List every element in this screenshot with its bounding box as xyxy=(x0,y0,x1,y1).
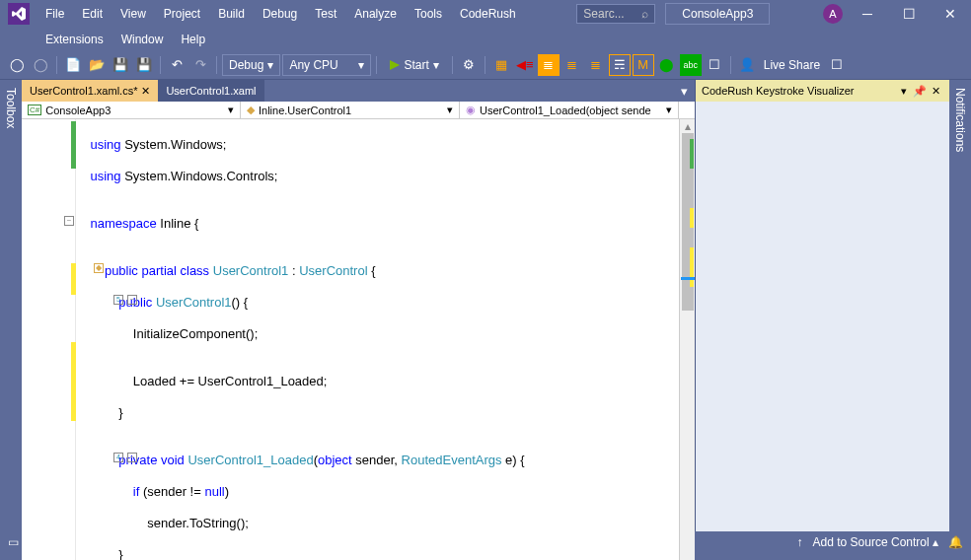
tab-label: UserControl1.xaml.cs* xyxy=(30,85,137,97)
nav-fwd-button[interactable]: ◯ xyxy=(30,54,51,76)
menu-project[interactable]: Project xyxy=(156,3,208,25)
minimize-button[interactable]: ─ xyxy=(851,3,884,25)
tool-button-1[interactable]: ⚙ xyxy=(458,54,480,76)
toolbox-tab[interactable]: Toolbox xyxy=(0,80,22,531)
search-input[interactable]: Searc... ⌕ xyxy=(576,4,655,24)
method-icon: ◉ xyxy=(466,104,476,116)
tool-button-10[interactable]: abc xyxy=(680,54,702,76)
menu-edit[interactable]: Edit xyxy=(74,3,111,25)
code-editor[interactable]: using System.Windows; using System.Windo… xyxy=(76,119,679,560)
toolwindow-dropdown-button[interactable]: ▾ xyxy=(896,85,912,98)
tool-button-6[interactable]: ≣ xyxy=(585,54,607,76)
menu-debug[interactable]: Debug xyxy=(255,3,305,25)
chevron-down-icon: ▾ xyxy=(228,104,234,116)
tool-button-11[interactable]: ☐ xyxy=(704,54,725,76)
tab-label: UserControl1.xaml xyxy=(166,85,256,97)
bell-icon[interactable]: 🔔 xyxy=(948,535,963,549)
tool-button-2[interactable]: ▦ xyxy=(490,54,512,76)
menu-extensions[interactable]: Extensions xyxy=(37,29,112,50)
undo-button[interactable]: ↶ xyxy=(166,54,187,76)
maximize-button[interactable]: ☐ xyxy=(892,3,926,25)
tool-button-5[interactable]: ≣ xyxy=(561,54,583,76)
tool-button-9[interactable]: ⬤ xyxy=(656,54,678,76)
toolwindow-body xyxy=(696,102,949,531)
toolwindow-close-button[interactable]: ✕ xyxy=(928,85,943,98)
csharp-icon: C# xyxy=(28,105,41,115)
menu-coderush[interactable]: CodeRush xyxy=(452,3,524,25)
config-dropdown[interactable]: Debug▾ xyxy=(222,54,280,76)
class-icon: ◆ xyxy=(247,104,255,116)
ref-count-badge[interactable]: 4 xyxy=(113,453,123,462)
close-button[interactable]: ✕ xyxy=(934,3,967,25)
tab-close-button[interactable]: ✕ xyxy=(141,85,150,98)
avatar[interactable]: A xyxy=(823,4,843,24)
ref-count-badge[interactable]: 5 xyxy=(113,295,123,305)
tab-usercontrol-cs[interactable]: UserControl1.xaml.cs* ✕ xyxy=(22,80,158,102)
nav-project-dropdown[interactable]: C# ConsoleApp3▾ xyxy=(22,102,241,118)
open-button[interactable]: 📂 xyxy=(86,54,108,76)
menu-analyze[interactable]: Analyze xyxy=(346,3,405,25)
tool-button-8[interactable]: M xyxy=(633,54,654,76)
vs-logo-icon xyxy=(8,3,30,25)
menu-tools[interactable]: Tools xyxy=(407,3,450,25)
menu-window[interactable]: Window xyxy=(113,29,172,50)
scroll-up-button[interactable]: ▴ xyxy=(680,119,695,133)
tab-usercontrol-xaml[interactable]: UserControl1.xaml xyxy=(158,80,263,102)
split-button[interactable]: ▢ xyxy=(679,102,695,118)
chevron-down-icon: ▾ xyxy=(267,58,273,72)
output-icon[interactable]: ▭ xyxy=(8,535,19,549)
menu-help[interactable]: Help xyxy=(173,29,213,50)
chevron-down-icon: ▾ xyxy=(447,104,453,116)
add-source-control-button[interactable]: Add to Source Control ▴ xyxy=(813,535,938,549)
chevron-down-icon: ▾ xyxy=(358,58,364,72)
save-button[interactable]: 💾 xyxy=(110,54,131,76)
chevron-down-icon: ▾ xyxy=(666,104,672,116)
tool-button-3[interactable]: ◀≡ xyxy=(514,54,536,76)
feedback-button[interactable]: ☐ xyxy=(826,54,848,76)
platform-dropdown[interactable]: Any CPU▾ xyxy=(282,54,371,76)
new-file-button[interactable]: 📄 xyxy=(62,54,84,76)
search-placeholder: Searc... xyxy=(583,7,624,21)
editor-margin xyxy=(22,119,76,560)
tab-dropdown-button[interactable]: ▾ xyxy=(673,80,695,102)
menu-file[interactable]: File xyxy=(37,3,72,25)
nav-member-dropdown[interactable]: ◉ UserControl1_Loaded(object sende▾ xyxy=(460,102,679,118)
menu-test[interactable]: Test xyxy=(307,3,344,25)
nav-class-dropdown[interactable]: ◆ Inline.UserControl1▾ xyxy=(241,102,460,118)
redo-button[interactable]: ↷ xyxy=(189,54,211,76)
chevron-down-icon: ▾ xyxy=(433,58,439,72)
play-icon xyxy=(390,60,400,70)
solution-name[interactable]: ConsoleApp3 xyxy=(665,3,770,25)
publish-icon: ↑ xyxy=(797,535,803,549)
liveshare-icon: 👤 xyxy=(736,54,758,76)
notifications-tab[interactable]: Notifications xyxy=(949,80,971,531)
save-all-button[interactable]: 💾 xyxy=(133,54,155,76)
liveshare-button[interactable]: Live Share xyxy=(760,58,824,72)
search-icon: ⌕ xyxy=(641,7,648,21)
nav-back-button[interactable]: ◯ xyxy=(6,54,28,76)
tool-button-7[interactable]: ☴ xyxy=(609,54,631,76)
menu-view[interactable]: View xyxy=(112,3,154,25)
start-button[interactable]: Start ▾ xyxy=(382,56,446,74)
toolwindow-pin-button[interactable]: 📌 xyxy=(912,85,928,98)
toolwindow-title: CodeRush Keystroke Visualizer xyxy=(702,85,896,97)
tool-button-4[interactable]: ≣ xyxy=(538,54,560,76)
vertical-scrollbar[interactable]: ▴ xyxy=(679,119,695,560)
menu-build[interactable]: Build xyxy=(210,3,253,25)
